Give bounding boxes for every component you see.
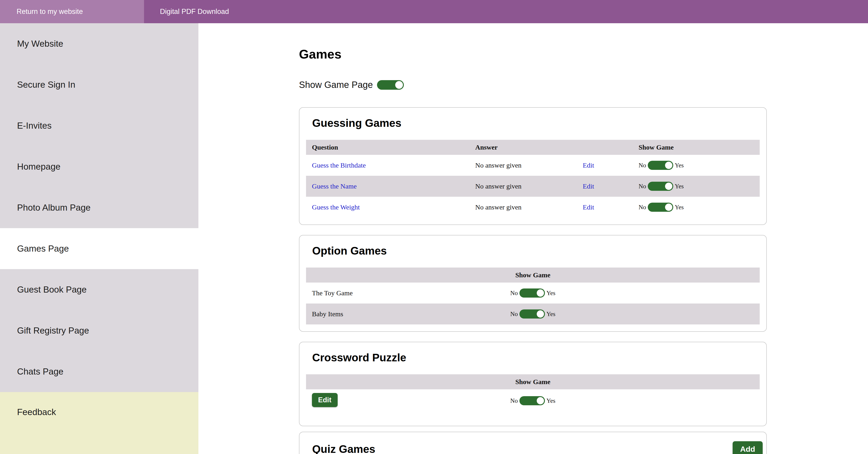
sidebar: My Website Secure Sign In E-Invites Home… <box>0 23 198 454</box>
crossword-puzzle-title: Crossword Puzzle <box>312 351 760 364</box>
digital-pdf-download-tab[interactable]: Digital PDF Download <box>160 0 229 23</box>
column-header-empty <box>601 267 760 283</box>
sidebar-item-e-invites[interactable]: E-Invites <box>0 105 198 146</box>
show-game-toggle[interactable] <box>520 309 545 318</box>
page-layout: My Website Secure Sign In E-Invites Home… <box>0 23 868 454</box>
toggle-yes-label: Yes <box>547 290 555 297</box>
edit-link[interactable]: Edit <box>583 182 594 190</box>
show-game-control: No Yes <box>639 203 684 212</box>
show-game-toggle[interactable] <box>648 161 673 170</box>
sidebar-item-gift-registry-page[interactable]: Gift Registry Page <box>0 310 198 351</box>
sidebar-item-games-page[interactable]: Games Page <box>0 228 198 269</box>
table-header-row: Show Game <box>306 374 760 389</box>
question-link[interactable]: Guess the Weight <box>312 203 360 211</box>
column-header-empty <box>306 267 465 283</box>
sidebar-item-photo-album-page[interactable]: Photo Album Page <box>0 187 198 228</box>
table-row: Edit No Yes <box>306 389 760 419</box>
show-game-page-row: Show Game Page <box>299 80 868 90</box>
show-game-toggle[interactable] <box>648 203 673 212</box>
answer-cell: No answer given <box>469 155 583 176</box>
toggle-no-label: No <box>639 162 646 169</box>
quiz-games-header: Quiz Games Add <box>306 441 763 454</box>
toggle-no-label: No <box>510 311 518 318</box>
return-to-website-button[interactable]: Return to my website <box>0 0 144 23</box>
table-header-row: Question Answer Show Game <box>306 140 760 155</box>
crossword-table: Show Game Edit No Yes <box>306 374 760 419</box>
column-header-empty <box>583 140 632 155</box>
show-game-toggle[interactable] <box>520 396 545 405</box>
answer-cell: No answer given <box>469 197 583 218</box>
guessing-games-card: Guessing Games Question Answer Show Game… <box>299 107 767 225</box>
sidebar-item-my-website[interactable]: My Website <box>0 23 198 64</box>
toggle-no-label: No <box>510 290 518 297</box>
edit-link[interactable]: Edit <box>583 203 594 211</box>
column-header-answer: Answer <box>469 140 583 155</box>
topbar: Return to my website Digital PDF Downloa… <box>0 0 868 23</box>
toggle-yes-label: Yes <box>547 311 555 318</box>
toggle-yes-label: Yes <box>675 183 684 190</box>
toggle-yes-label: Yes <box>547 397 555 404</box>
toggle-knob <box>537 310 544 318</box>
guessing-games-title: Guessing Games <box>312 117 760 129</box>
show-game-control: No Yes <box>510 288 555 297</box>
toggle-yes-label: Yes <box>675 162 684 169</box>
sidebar-item-feedback[interactable]: Feedback <box>0 392 198 454</box>
sidebar-item-homepage[interactable]: Homepage <box>0 146 198 187</box>
table-row: Guess the Weight No answer given Edit No… <box>306 197 760 218</box>
column-header-show-game: Show Game <box>633 140 760 155</box>
toggle-knob <box>537 397 544 404</box>
option-games-title: Option Games <box>312 245 760 257</box>
show-game-page-toggle[interactable] <box>377 80 404 90</box>
question-link[interactable]: Guess the Birthdate <box>312 162 366 169</box>
page-title: Games <box>299 47 868 61</box>
crossword-edit-button[interactable]: Edit <box>312 393 338 407</box>
column-header-empty <box>306 374 465 389</box>
quiz-games-card: Quiz Games Add <box>299 432 767 454</box>
answer-cell: No answer given <box>469 176 583 197</box>
toggle-no-label: No <box>510 397 518 404</box>
question-link[interactable]: Guess the Name <box>312 182 357 190</box>
option-games-table: Show Game The Toy Game No Yes <box>306 267 760 324</box>
show-game-toggle[interactable] <box>648 182 673 191</box>
table-header-row: Show Game <box>306 267 760 283</box>
toggle-knob <box>395 81 403 89</box>
sidebar-item-secure-sign-in[interactable]: Secure Sign In <box>0 64 198 105</box>
toggle-no-label: No <box>639 183 646 190</box>
quiz-games-title: Quiz Games <box>312 443 375 454</box>
column-header-show-game: Show Game <box>465 374 601 389</box>
show-game-control: No Yes <box>639 182 684 191</box>
show-game-toggle[interactable] <box>520 288 545 297</box>
game-label: Baby Items <box>306 304 465 324</box>
quiz-add-button[interactable]: Add <box>733 441 763 454</box>
edit-link[interactable]: Edit <box>583 162 594 169</box>
crossword-puzzle-card: Crossword Puzzle Show Game Edit No <box>299 342 767 426</box>
guessing-games-table: Question Answer Show Game Guess the Birt… <box>306 140 760 218</box>
show-game-control: No Yes <box>510 396 555 405</box>
toggle-yes-label: Yes <box>675 204 684 211</box>
toggle-knob <box>665 203 672 211</box>
option-games-card: Option Games Show Game The Toy Game No <box>299 235 767 332</box>
toggle-knob <box>665 182 672 190</box>
show-game-control: No Yes <box>639 161 684 170</box>
toggle-knob <box>537 289 544 297</box>
table-row: Guess the Name No answer given Edit No Y… <box>306 176 760 197</box>
toggle-knob <box>665 162 672 169</box>
table-row: The Toy Game No Yes <box>306 283 760 304</box>
column-header-question: Question <box>306 140 469 155</box>
sidebar-item-guest-book-page[interactable]: Guest Book Page <box>0 269 198 310</box>
toggle-no-label: No <box>639 204 646 211</box>
sidebar-item-chats-page[interactable]: Chats Page <box>0 351 198 392</box>
table-row: Baby Items No Yes <box>306 304 760 324</box>
show-game-page-label: Show Game Page <box>299 80 373 90</box>
game-label: The Toy Game <box>306 283 465 304</box>
table-row: Guess the Birthdate No answer given Edit… <box>306 155 760 176</box>
show-game-control: No Yes <box>510 309 555 318</box>
main-content: Games Show Game Page Guessing Games Ques… <box>198 23 868 454</box>
column-header-empty <box>601 374 760 389</box>
column-header-show-game: Show Game <box>465 267 601 283</box>
